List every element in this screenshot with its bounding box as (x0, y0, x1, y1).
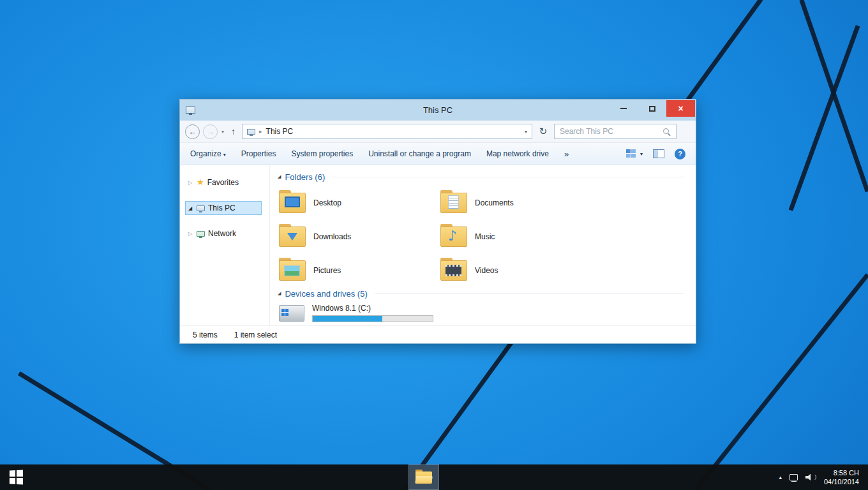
folder-icon: ♪ (440, 226, 467, 247)
folder-tile-pictures[interactable]: Pictures (276, 253, 438, 287)
selection-count: 1 item select (234, 330, 277, 339)
sidebar-item-network[interactable]: ▷ Network (185, 226, 262, 241)
start-button[interactable] (0, 464, 32, 490)
group-rule (333, 177, 684, 177)
folder-icon (279, 260, 306, 281)
window-body: ▷ ★ Favorites ◢ This PC ▷ Network ◢ (180, 165, 696, 325)
computer-icon (197, 205, 205, 211)
volume-button[interactable] (805, 473, 816, 481)
address-bar[interactable]: ▸ This PC ▾ (242, 124, 532, 139)
folder-icon (279, 226, 306, 247)
properties-button[interactable]: Properties (241, 149, 276, 158)
forward-button[interactable]: → (203, 124, 218, 139)
navigation-pane: ▷ ★ Favorites ◢ This PC ▷ Network (180, 165, 270, 325)
folder-icon (440, 193, 467, 213)
close-button[interactable]: × (666, 100, 695, 117)
items-count: 5 items (193, 330, 218, 339)
taskbar-clock[interactable]: 8:58 CH 04/10/2014 (824, 468, 862, 486)
back-icon: ← (188, 127, 197, 137)
wallpaper-line (789, 25, 860, 211)
recent-locations-button[interactable]: ▾ (221, 129, 225, 135)
network-icon (197, 231, 205, 237)
folder-label: Documents (475, 198, 514, 207)
breadcrumb-arrow-icon: ▸ (259, 128, 262, 135)
folder-tile-music[interactable]: ♪ Music (438, 219, 599, 253)
explorer-window: This PC × ← → ▾ ↑ ▸ This PC ▾ ↻ (179, 99, 696, 344)
clock-date: 04/10/2014 (824, 477, 859, 486)
system-tray: ▴ 8:58 CH 04/10/2014 (779, 468, 868, 486)
drive-label: Windows 8.1 (C:) (312, 304, 433, 313)
uninstall-program-button[interactable]: Uninstall or change a program (368, 149, 471, 158)
refresh-button[interactable]: ↻ (535, 126, 551, 137)
chevron-down-icon: ▾ (223, 152, 226, 158)
toolbar-overflow-button[interactable]: » (564, 149, 569, 159)
star-icon: ★ (197, 179, 204, 186)
file-list: ◢ Folders (6) Desktop Documents (270, 165, 696, 325)
taskbar-file-explorer-button[interactable] (408, 464, 439, 490)
group-header-devices[interactable]: ◢ Devices and drives (5) (278, 287, 684, 300)
breadcrumb[interactable]: This PC (266, 127, 294, 136)
sidebar-item-label: This PC (208, 204, 236, 212)
collapse-group-icon[interactable]: ◢ (278, 291, 281, 296)
taskbar: ▴ 8:58 CH 04/10/2014 (0, 464, 868, 490)
sidebar-item-this-pc[interactable]: ◢ This PC (185, 201, 262, 215)
drive-info: Windows 8.1 (C:) (312, 304, 433, 322)
folder-tile-videos[interactable]: Videos (438, 253, 599, 287)
window-controls: × (609, 100, 695, 117)
sidebar-item-label: Network (208, 229, 236, 238)
forward-icon: → (206, 127, 214, 137)
search-input[interactable] (560, 127, 662, 136)
capacity-bar-fill (313, 316, 382, 322)
speaker-icon (805, 473, 813, 481)
folders-grid: Desktop Documents Downloads ♪ Music (276, 186, 684, 287)
maximize-button[interactable] (638, 100, 666, 117)
close-icon: × (678, 103, 683, 114)
sidebar-item-label: Favorites (207, 178, 239, 187)
expander-icon[interactable]: ◢ (187, 205, 193, 211)
folder-label: Music (475, 232, 495, 241)
address-dropdown-icon[interactable]: ▾ (525, 129, 527, 135)
system-properties-button[interactable]: System properties (291, 149, 353, 158)
collapse-group-icon[interactable]: ◢ (278, 174, 281, 179)
back-button[interactable]: ← (185, 124, 200, 139)
command-bar-right: ▾ ? (626, 149, 685, 160)
minimize-icon (620, 108, 627, 109)
minimize-button[interactable] (609, 100, 638, 117)
folder-label: Desktop (313, 198, 341, 207)
speaker-wave-icon (814, 475, 816, 480)
up-button[interactable]: ↑ (228, 126, 239, 137)
status-bar: 5 items 1 item select (180, 325, 696, 343)
drive-tile-c[interactable]: Windows 8.1 (C:) (276, 304, 684, 322)
group-title: Folders (6) (285, 172, 325, 182)
help-button[interactable]: ? (675, 149, 685, 160)
view-grid-icon (626, 149, 636, 158)
navigation-bar: ← → ▾ ↑ ▸ This PC ▾ ↻ (180, 121, 696, 143)
windows-logo-icon (10, 470, 23, 485)
desktop[interactable]: This PC × ← → ▾ ↑ ▸ This PC ▾ ↻ (0, 0, 868, 490)
map-network-drive-button[interactable]: Map network drive (486, 149, 549, 158)
folder-tile-desktop[interactable]: Desktop (276, 186, 438, 219)
change-view-button[interactable]: ▾ (626, 149, 643, 158)
group-header-folders[interactable]: ◢ Folders (6) (278, 170, 684, 183)
search-box[interactable] (554, 124, 677, 139)
network-tray-icon[interactable] (789, 474, 798, 480)
help-icon: ? (678, 150, 682, 158)
folder-tile-downloads[interactable]: Downloads (276, 219, 438, 253)
wallpaper-line (694, 273, 868, 490)
hidden-icons-button[interactable]: ▴ (779, 474, 782, 480)
capacity-bar (312, 315, 433, 322)
sidebar-item-favorites[interactable]: ▷ ★ Favorites (185, 175, 262, 189)
organize-label: Organize (190, 149, 221, 158)
expander-icon[interactable]: ▷ (187, 180, 193, 186)
folder-tile-documents[interactable]: Documents (438, 186, 599, 219)
explorer-window-icon (186, 107, 195, 114)
group-rule (375, 293, 684, 294)
group-title: Devices and drives (5) (285, 289, 367, 299)
expander-icon[interactable]: ▷ (187, 231, 193, 237)
title-bar[interactable]: This PC × (180, 100, 696, 121)
organize-menu-button[interactable]: Organize▾ (190, 149, 226, 158)
folder-label: Downloads (313, 232, 351, 241)
address-computer-icon (247, 129, 255, 135)
folder-label: Pictures (313, 266, 341, 275)
preview-pane-button[interactable] (653, 149, 664, 158)
